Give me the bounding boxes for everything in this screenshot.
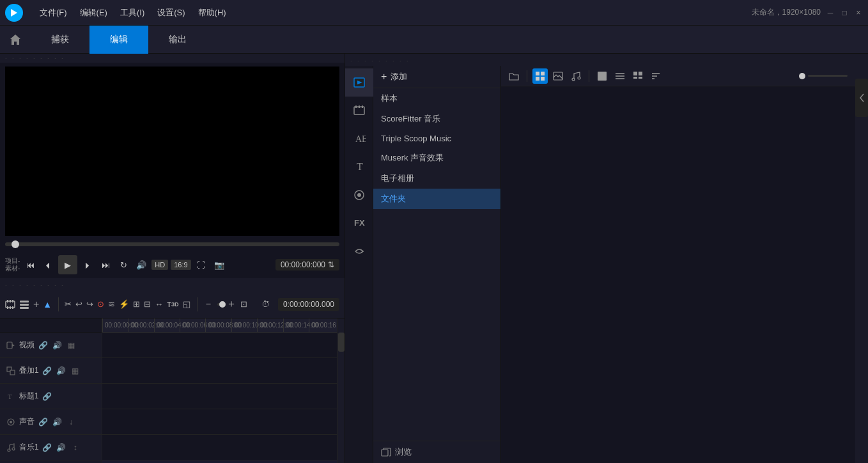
library-item-4[interactable]: 电子相册 [373, 168, 500, 189]
restore-button[interactable]: □ [840, 8, 849, 17]
video-volume-icon[interactable]: 🔊 [51, 340, 63, 351]
media-folder-icon[interactable] [506, 68, 522, 84]
timeline-scrollbar-v[interactable] [337, 318, 345, 463]
menu-edit[interactable]: 编辑(E) [74, 4, 114, 21]
media-view-grid[interactable] [532, 68, 548, 84]
minimize-button[interactable]: ─ [826, 8, 835, 17]
media-grid-area [501, 66, 855, 463]
tl-grid[interactable]: ⊟ [144, 295, 151, 314]
crop-button[interactable]: ⛶ [194, 257, 209, 272]
close-button[interactable]: × [854, 8, 863, 17]
slider-thumb[interactable] [799, 73, 805, 79]
tl-split[interactable]: ⊞ [133, 295, 140, 314]
svg-rect-4 [12, 300, 13, 302]
video-grid-icon[interactable]: ▦ [65, 340, 77, 351]
tab-edit[interactable]: 编辑 [89, 26, 148, 54]
sidebar-media-icon[interactable] [345, 68, 373, 97]
library-item-3[interactable]: Muserk 声音效果 [373, 148, 500, 168]
playback-loop[interactable]: ↻ [116, 257, 131, 272]
media-display-list[interactable] [612, 68, 628, 84]
tl-zoom-in[interactable]: ＋ [226, 295, 236, 314]
media-display-large[interactable] [594, 68, 610, 84]
scrollbar-thumb-v[interactable] [338, 333, 345, 352]
audio-link-icon[interactable]: 🔗 [37, 416, 49, 428]
svg-rect-39 [598, 72, 607, 81]
seekbar[interactable] [5, 242, 339, 246]
music-expand-icon[interactable]: ↕ [70, 442, 81, 453]
thumbnail-size-slider[interactable] [799, 73, 850, 79]
tl-3d-title[interactable]: T3D [167, 295, 178, 314]
library-item-0[interactable]: 样本 [373, 88, 500, 109]
tl-track-up[interactable]: ▲ [43, 295, 52, 314]
audio-expand-icon[interactable]: ↓ [65, 416, 77, 428]
svg-rect-10 [20, 307, 29, 309]
tl-mask[interactable]: ◱ [183, 295, 190, 314]
playback-to-start[interactable]: ⏮ [22, 257, 38, 272]
playback-prev-frame[interactable]: ⏴ [40, 257, 56, 272]
tl-zoom-out[interactable]: － [203, 295, 213, 314]
playback-to-end[interactable]: ⏭ [98, 257, 113, 272]
tl-redo[interactable]: ↪ [86, 295, 93, 314]
tl-speed[interactable]: ⚡ [119, 295, 129, 314]
tl-fit[interactable]: ⊡ [240, 295, 247, 314]
sidebar-effects-icon[interactable] [345, 181, 373, 209]
sidebar-title-icon[interactable]: T [345, 153, 373, 181]
timecode-arrows[interactable]: ⇅ [328, 260, 334, 269]
svg-text:AB: AB [355, 134, 366, 144]
overlay-volume-icon[interactable]: 🔊 [56, 365, 67, 377]
overlay-grid-icon[interactable]: ▦ [70, 365, 81, 377]
tab-capture[interactable]: 捕获 [31, 26, 89, 54]
seekbar-thumb[interactable] [12, 240, 19, 248]
svg-point-18 [8, 449, 10, 451]
tl-track-icon[interactable] [19, 295, 29, 314]
sidebar-film-icon[interactable] [345, 97, 373, 125]
snapshot-button[interactable]: 📷 [212, 257, 227, 272]
tl-transform[interactable]: ↔ [155, 295, 163, 314]
menu-help[interactable]: 帮助(H) [192, 4, 233, 21]
sidebar-transition-icon[interactable] [345, 237, 373, 265]
title-link-icon[interactable]: 🔗 [42, 391, 53, 402]
menu-settings[interactable]: 设置(S) [151, 4, 191, 21]
media-display-tile[interactable] [630, 68, 646, 84]
nav-home-button[interactable] [0, 26, 31, 54]
playback-play[interactable]: ▶ [58, 255, 77, 274]
overlay-link-icon[interactable]: 🔗 [42, 365, 53, 377]
tl-add-track[interactable]: + [33, 295, 39, 314]
tl-undo[interactable]: ↩ [75, 295, 82, 314]
video-track-name: 视频 [19, 340, 35, 350]
tl-clock[interactable]: ⏱ [256, 295, 275, 314]
tl-film-icon[interactable] [5, 295, 15, 314]
playback-volume[interactable]: 🔊 [134, 257, 149, 272]
media-view-image[interactable] [550, 68, 566, 84]
video-link-icon[interactable]: 🔗 [37, 340, 49, 351]
sidebar-fx-icon[interactable]: FX [345, 209, 373, 237]
menu-file[interactable]: 文件(F) [33, 4, 74, 21]
media-sort-icon[interactable] [648, 68, 663, 84]
sidebar-text-icon[interactable]: AB [345, 125, 373, 153]
timecode-value: 00:00:00:000 [281, 260, 325, 269]
library-item-2[interactable]: Triple Scoop Music [373, 129, 500, 148]
slider-track[interactable] [808, 75, 848, 77]
tab-output[interactable]: 输出 [148, 26, 207, 54]
zoom-slider-thumb[interactable] [219, 301, 226, 308]
tl-scissors[interactable]: ✂ [65, 295, 72, 314]
audio-volume-icon[interactable]: 🔊 [51, 416, 63, 428]
media-view-music[interactable] [568, 68, 584, 84]
tl-motion[interactable]: ⊙ [97, 295, 104, 314]
zoom-slider[interactable] [217, 303, 222, 306]
svg-rect-7 [12, 306, 13, 309]
music-link-icon[interactable]: 🔗 [42, 442, 53, 453]
library-item-1[interactable]: ScoreFitter 音乐 [373, 109, 500, 129]
collapse-panel-button[interactable] [855, 79, 868, 117]
menu-tools[interactable]: 工具(I) [114, 4, 151, 21]
title-track-icon: T [5, 391, 17, 402]
hd-badge: HD [151, 260, 168, 270]
browse-button[interactable]: 浏览 [373, 441, 500, 463]
music-volume-icon[interactable]: 🔊 [56, 442, 67, 453]
library-add-button[interactable]: + 添加 [373, 66, 500, 88]
tl-audio-mix[interactable]: ≋ [108, 295, 115, 314]
track-row-audio [102, 409, 337, 435]
library-item-5[interactable]: 文件夹 [373, 189, 500, 209]
track-label-video: 视频 🔗 🔊 ▦ [0, 333, 102, 358]
playback-next-frame[interactable]: ⏵ [80, 257, 95, 272]
